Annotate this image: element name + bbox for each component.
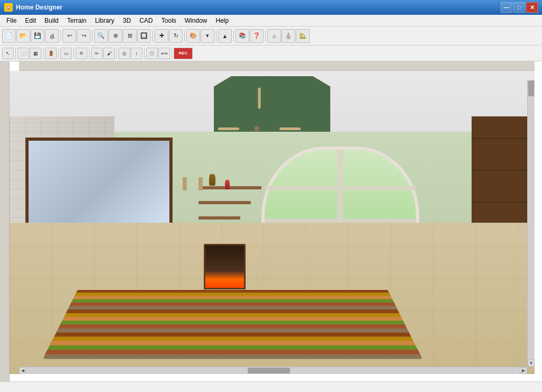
zoom-in-button[interactable]: 🔍 xyxy=(94,29,108,43)
save-button[interactable]: 💾 xyxy=(31,29,44,43)
rec-button[interactable]: REC xyxy=(174,48,193,59)
menu-item-tools[interactable]: Tools xyxy=(157,15,180,26)
materials-button[interactable]: 🎨 xyxy=(186,29,200,43)
shelf-bottom xyxy=(198,216,240,220)
area-rug xyxy=(43,290,422,359)
scroll-thumb-vertical[interactable] xyxy=(528,80,534,96)
scroll-down-button[interactable]: ▼ xyxy=(528,359,535,367)
room-render xyxy=(10,71,535,374)
title-bar-controls: — □ ✕ xyxy=(501,2,538,13)
fireplace xyxy=(204,244,246,289)
vase-2 xyxy=(225,180,230,189)
sep-5 xyxy=(216,30,216,42)
zoom-fit-button[interactable]: ⊕ xyxy=(109,29,122,43)
sep-1 xyxy=(60,30,61,42)
sep-t2-8 xyxy=(171,48,172,59)
door-tool[interactable]: 🚪 xyxy=(45,48,57,59)
minimize-button[interactable]: — xyxy=(501,2,512,13)
menu-item-terrain[interactable]: Terrain xyxy=(63,15,91,26)
stairs-tool[interactable]: ⚟ xyxy=(76,48,87,59)
sep-t2-4 xyxy=(74,48,74,59)
materials-drop-button[interactable]: ▾ xyxy=(201,29,214,43)
menu-item-edit[interactable]: Edit xyxy=(21,15,40,26)
undo-button[interactable]: ↩ xyxy=(62,29,76,43)
navigate-button[interactable]: ▲ xyxy=(218,29,232,43)
fan-hub xyxy=(254,126,259,131)
pan-button[interactable]: ✚ xyxy=(155,29,168,43)
print-button[interactable]: 🖨 xyxy=(45,29,59,43)
close-button[interactable]: ✕ xyxy=(526,2,538,13)
sep-t2-5 xyxy=(89,48,89,59)
open-button[interactable]: 📂 xyxy=(16,29,30,43)
sep-3 xyxy=(152,30,153,42)
object3-tool[interactable]: ⬡ xyxy=(146,48,158,59)
canvas-content[interactable]: ▲ ▼ ◀ ▶ xyxy=(10,71,535,374)
menu-item-file[interactable]: File xyxy=(2,15,21,26)
rotate-button[interactable]: ↻ xyxy=(169,29,183,43)
sep-2 xyxy=(92,30,93,42)
title-bar: 🏠 Home Designer — □ ✕ xyxy=(0,0,542,15)
sep-t2-7 xyxy=(144,48,144,59)
window-tool[interactable]: ▭ xyxy=(60,48,72,59)
help-button[interactable]: ❓ xyxy=(250,29,264,43)
ruler-vertical xyxy=(0,61,10,381)
color-tool[interactable]: 🖌 xyxy=(103,48,115,59)
shelf-middle xyxy=(198,201,251,204)
sconce-right xyxy=(198,177,203,190)
toolbar-draw: ↖ ⬜ ▦ 🚪 ▭ ⚟ ✏ 🖌 ◎ ↕ ⬡ ⟺ REC xyxy=(0,45,542,61)
app-icon: 🏠 xyxy=(4,3,13,12)
menu-item-3d[interactable]: 3D xyxy=(119,15,135,26)
camera-button[interactable]: ⛪ xyxy=(282,29,295,43)
house-view-button[interactable]: ⌂ xyxy=(267,29,281,43)
canvas-wrapper: ▲ ▼ ◀ ▶ xyxy=(10,61,542,381)
sconce-left xyxy=(183,177,187,190)
catalog-button[interactable]: 📚 xyxy=(236,29,249,43)
fan-blade-1 xyxy=(218,127,239,130)
sep-t2-3 xyxy=(58,48,59,59)
menu-item-library[interactable]: Library xyxy=(91,15,119,26)
object1-tool[interactable]: ◎ xyxy=(119,48,130,59)
scroll-right-button[interactable]: ▶ xyxy=(520,367,527,374)
shelf-top xyxy=(198,186,261,189)
ruler-horizontal xyxy=(19,61,535,71)
scrollbar-horizontal[interactable]: ◀ ▶ xyxy=(19,367,527,374)
pencil-tool[interactable]: ✏ xyxy=(91,48,103,59)
sep-6 xyxy=(233,30,234,42)
zoom-ext-button[interactable]: ⊞ xyxy=(123,29,137,43)
3d-view-button[interactable]: 🏡 xyxy=(296,29,310,43)
redo-button[interactable]: ↪ xyxy=(77,29,91,43)
sep-t2-2 xyxy=(43,48,43,59)
scrollbar-vertical[interactable]: ▲ ▼ xyxy=(527,80,535,367)
sep-4 xyxy=(184,30,185,42)
room-tool[interactable]: ▦ xyxy=(30,48,41,59)
new-button[interactable]: 📄 xyxy=(2,29,16,43)
scroll-thumb-horizontal[interactable] xyxy=(248,368,290,373)
sep-t2-6 xyxy=(116,48,117,59)
zoom-window-button[interactable]: 🔲 xyxy=(137,29,151,43)
menu-item-window[interactable]: Window xyxy=(180,15,212,26)
object4-tool[interactable]: ⟺ xyxy=(158,48,170,59)
menu-item-build[interactable]: Build xyxy=(40,15,63,26)
maximize-button[interactable]: □ xyxy=(513,2,525,13)
scroll-left-button[interactable]: ◀ xyxy=(19,367,26,374)
fan-blade-3 xyxy=(279,127,301,130)
wall-tool[interactable]: ⬜ xyxy=(17,48,29,59)
sep-t2-1 xyxy=(15,48,16,59)
menu-item-cad[interactable]: CAD xyxy=(135,15,157,26)
title-bar-left: 🏠 Home Designer xyxy=(4,3,62,12)
main-area: ▲ ▼ ◀ ▶ xyxy=(0,61,542,381)
select-tool[interactable]: ↖ xyxy=(2,48,14,59)
window-title: Home Designer xyxy=(16,4,62,11)
fan-blade-2 xyxy=(258,87,260,108)
vase-1 xyxy=(209,174,215,186)
object2-tool[interactable]: ↕ xyxy=(131,48,142,59)
status-bar xyxy=(0,381,542,392)
menu-item-help[interactable]: Help xyxy=(211,15,233,26)
toolbar-main: 📄 📂 💾 🖨 ↩ ↪ 🔍 ⊕ ⊞ 🔲 ✚ ↻ 🎨 ▾ ▲ 📚 ❓ ⌂ ⛪ 🏡 xyxy=(0,26,542,45)
menu-bar: File Edit Build Terrain Library 3D CAD T… xyxy=(0,15,542,26)
sep-7 xyxy=(265,30,266,42)
